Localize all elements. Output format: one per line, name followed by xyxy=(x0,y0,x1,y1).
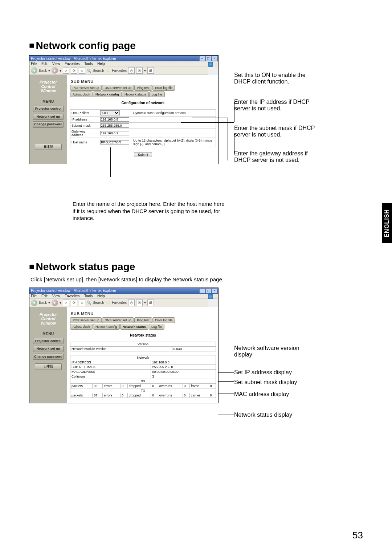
menu-favorites[interactable]: Favorites xyxy=(65,294,79,298)
annotation-subnet-display: Set subnet mask display xyxy=(234,379,318,386)
print-icon[interactable]: 🖶 xyxy=(147,67,154,74)
browser-toolbar: ◄ Back ▾ ► ▾ ✕ ⟳ ⌂ 🔍 Search ☆ Favorites … xyxy=(29,66,208,75)
input-subnet[interactable] xyxy=(100,123,129,128)
tab-network-config: Network config xyxy=(93,91,122,97)
rx-header: RX xyxy=(70,379,216,383)
search-icon[interactable]: 🔍 xyxy=(87,301,91,305)
forward-icon[interactable]: ► xyxy=(52,67,58,74)
refresh-icon[interactable]: ⟳ xyxy=(71,300,77,306)
tab-adjust-clock[interactable]: Adjust clock xyxy=(70,91,93,97)
menu-file[interactable]: File xyxy=(31,62,37,66)
tab-error-log[interactable]: Error log file xyxy=(152,317,175,323)
browser-toolbar: ◄ Back ▾ ► ▾ ✕ ⟳ ⌂ 🔍 Search ☆ Favorites … xyxy=(29,299,208,307)
ie-logo-icon xyxy=(208,62,213,67)
input-ip[interactable] xyxy=(100,117,129,122)
search-label: Search xyxy=(93,69,104,73)
collisions-value: 3 xyxy=(151,374,216,379)
favorites-icon[interactable]: ☆ xyxy=(106,68,110,73)
maximize-icon[interactable]: □ xyxy=(205,288,211,293)
favorites-icon[interactable]: ☆ xyxy=(106,300,110,306)
forward-icon[interactable]: ► xyxy=(52,300,58,306)
tab-log-file[interactable]: Log file xyxy=(149,91,165,97)
tab-error-log[interactable]: Error log file xyxy=(152,85,175,91)
close-icon[interactable]: × xyxy=(212,56,217,61)
sidebar-item-change-password[interactable]: Change password xyxy=(33,121,64,127)
menu-help[interactable]: Help xyxy=(97,62,105,66)
label-dhcp: DHCP client xyxy=(70,110,99,117)
minimize-icon[interactable]: – xyxy=(199,288,205,293)
tab-log-file[interactable]: Log file xyxy=(149,324,164,330)
back-label: Back xyxy=(39,69,47,73)
menu-view[interactable]: View xyxy=(52,294,60,298)
tx-header: TX xyxy=(70,388,216,393)
input-gateway[interactable] xyxy=(100,131,129,135)
window-titlebar: Projector control window - Microsoft Int… xyxy=(29,288,218,294)
tab-ping-test[interactable]: Ping test xyxy=(134,85,152,91)
menu-tools[interactable]: Tools xyxy=(84,294,93,298)
maximize-icon[interactable]: □ xyxy=(205,56,211,61)
tab-pop-server[interactable]: POP server set up xyxy=(70,317,102,323)
annotation-hostname: Enter the name of the projector here. En… xyxy=(73,200,225,222)
tab-ping-test[interactable]: Ping test xyxy=(134,317,152,323)
input-hostname[interactable] xyxy=(100,140,129,144)
annotation-version: Network software version display xyxy=(234,345,318,358)
back-icon[interactable]: ◄ xyxy=(31,300,37,306)
menu-favorites[interactable]: Favorites xyxy=(65,62,79,66)
sidebar-item-projector-control[interactable]: Projector control xyxy=(33,106,64,112)
tab-network-status[interactable]: Network status xyxy=(122,91,149,97)
history-icon[interactable]: ◷ xyxy=(128,67,135,74)
submit-button[interactable]: Submit xyxy=(134,152,152,157)
panel-title: Network status xyxy=(70,333,216,337)
submenu-header: SUB MENU xyxy=(71,79,216,83)
tab-network-config[interactable]: Network config xyxy=(93,324,120,330)
sidebar-item-network-setup[interactable]: Network set up xyxy=(33,346,64,352)
print-icon[interactable]: 🖶 xyxy=(147,300,154,306)
tab-dns-server[interactable]: DNS server set up xyxy=(102,85,134,91)
search-icon[interactable]: 🔍 xyxy=(87,69,91,73)
mail-icon[interactable]: ✉ xyxy=(136,67,143,74)
close-icon[interactable]: × xyxy=(212,288,217,293)
menu-help[interactable]: Help xyxy=(97,294,105,298)
favorites-label: Favorites xyxy=(112,301,127,305)
stop-icon[interactable]: ✕ xyxy=(63,300,69,306)
annotation-status-display: Network status display xyxy=(234,412,318,418)
stop-icon[interactable]: ✕ xyxy=(63,67,69,74)
language-side-tab: ENGLISH xyxy=(382,203,392,243)
menu-file[interactable]: File xyxy=(31,294,37,298)
menu-edit[interactable]: Edit xyxy=(41,62,48,66)
collisions-label: Collisions xyxy=(70,374,151,379)
app-sidebar: Projector Control Window MENU Projector … xyxy=(29,75,67,164)
window-title: Projector control window - Microsoft Int… xyxy=(31,57,116,61)
home-icon[interactable]: ⌂ xyxy=(79,300,85,306)
browser-window-status: Projector control window - Microsoft Int… xyxy=(29,288,219,403)
tab-pop-server[interactable]: POP server set up xyxy=(70,85,102,91)
square-bullet-icon: ■ xyxy=(29,40,34,50)
menu-header: MENU xyxy=(31,332,66,336)
sidebar-item-projector-control[interactable]: Projector control xyxy=(33,338,64,344)
mail-icon[interactable]: ✉ xyxy=(136,300,143,306)
refresh-icon[interactable]: ⟳ xyxy=(71,67,77,74)
annotation-gateway: Enter the gateway address if DHCP server… xyxy=(234,150,321,163)
sidebar-item-language[interactable]: 日本語 xyxy=(35,363,62,370)
menu-view[interactable]: View xyxy=(52,62,60,66)
history-icon[interactable]: ◷ xyxy=(128,300,135,306)
version-header: Version xyxy=(70,342,216,346)
annotation-ip-display: Set IP address display xyxy=(234,369,318,376)
menu-edit[interactable]: Edit xyxy=(41,294,48,298)
select-dhcp[interactable]: OFF xyxy=(100,110,120,115)
submenu-header: SUB MENU xyxy=(71,311,216,316)
version-label: Network module version xyxy=(70,346,172,351)
browser-menubar: File Edit View Favorites Tools Help xyxy=(29,61,218,66)
tab-dns-server[interactable]: DNS server set up xyxy=(102,317,134,323)
home-icon[interactable]: ⌂ xyxy=(79,67,85,74)
menu-tools[interactable]: Tools xyxy=(84,62,93,66)
sidebar-item-network-setup[interactable]: Network set up xyxy=(33,114,64,120)
sidebar-item-change-password[interactable]: Change password xyxy=(33,354,64,360)
sidebar-item-language[interactable]: 日本語 xyxy=(35,144,62,150)
minimize-icon[interactable]: – xyxy=(199,56,205,61)
back-icon[interactable]: ◄ xyxy=(31,67,37,74)
ip-value: 192.168.0.8 xyxy=(151,360,216,364)
window-titlebar: Projector control window - Microsoft Int… xyxy=(29,56,218,61)
subnet-value: 255.255.255.0 xyxy=(151,364,216,369)
tab-adjust-clock[interactable]: Adjust clock xyxy=(70,324,93,330)
